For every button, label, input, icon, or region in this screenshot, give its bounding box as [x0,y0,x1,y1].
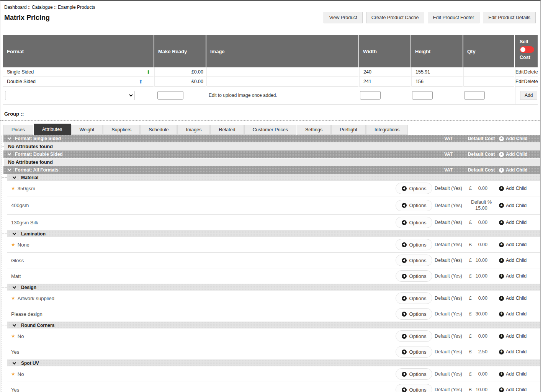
sort-arrow-icon[interactable]: ⬇ [146,70,150,75]
attribute-row: Yes Options Default (Yes) £ 10.00 + Add … [7,382,540,392]
attribute-row: ★ Artwork supplied Options Default (Yes)… [7,291,540,306]
options-label: Options [409,242,427,248]
row-actions: Edit Delete [515,67,538,77]
group-header-bar[interactable]: Lamination [7,230,540,237]
options-button[interactable]: Options [396,183,433,194]
header-button[interactable]: Edit Product Footer [428,12,480,23]
tab-attributes[interactable]: Attributes [34,124,71,135]
format-select[interactable] [5,91,134,100]
default-star-icon: ★ [11,186,15,191]
section-header-bar[interactable]: Format: Single Sided VAT Default Cost + … [3,135,540,142]
section-header-bar[interactable]: Format: Double Sided VAT Default Cost + … [3,150,540,158]
currency-symbol: £ [469,273,472,279]
add-child-button[interactable]: + Add Child [499,296,536,301]
section-header-bar[interactable]: Format: All Formats VAT Default Cost + A… [3,166,540,174]
options-button[interactable]: Options [396,217,433,228]
edit-link[interactable]: Edit [515,67,524,77]
tab-weight[interactable]: Weight [71,125,103,135]
delete-link[interactable]: Delete [524,77,538,86]
add-format-button[interactable]: Add [520,91,537,100]
attribute-row: Yes Options Default (Yes) £ 2.50 + Add C… [7,344,540,360]
options-button[interactable]: Options [396,368,433,380]
add-child-label: Add Child [506,371,527,377]
section-bar-columns: VAT Default Cost + Add Child [433,152,540,157]
tab-settings[interactable]: Settings [297,125,331,135]
options-button[interactable]: Options [396,330,433,342]
chevron-down-icon[interactable] [12,324,16,327]
chevron-down-icon[interactable] [12,362,16,365]
chevron-down-icon[interactable] [7,168,11,172]
add-child-button[interactable]: + Add Child [499,273,536,279]
header-button[interactable]: Edit Product Details [483,12,536,23]
arrow-left-icon [402,274,407,279]
tab-integrations[interactable]: Integrations [366,125,408,135]
add-child-button[interactable]: + Add Child [499,349,536,354]
default-setting: Default (Yes) [433,311,464,317]
sell-cost-header: Sell Cost [515,35,538,67]
options-button[interactable]: Options [396,346,433,358]
options-button[interactable]: Options [396,384,433,392]
add-child-button[interactable]: + Add Child [499,387,536,392]
group-name: Material [21,175,38,180]
section-add-child-button[interactable]: + Add Child [499,167,536,173]
tab-images[interactable]: Images [177,125,210,135]
chevron-down-icon[interactable] [12,232,16,235]
sort-arrow-icon[interactable]: ⬆ [139,79,143,84]
add-child-label: Add Child [506,167,528,173]
chevron-down-icon[interactable] [7,153,11,156]
header-button[interactable]: Create Product Cache [366,12,424,23]
chevron-down-icon[interactable] [12,176,16,179]
default-star-icon: ★ [11,242,15,247]
tab-related[interactable]: Related [210,125,244,135]
tab-suppliers[interactable]: Suppliers [103,125,140,135]
add-child-button[interactable]: + Add Child [499,258,536,263]
section-add-child-button[interactable]: + Add Child [499,136,536,141]
group-header-bar[interactable]: Design [7,284,540,291]
section-title: Format: Single Sided [15,136,61,141]
plus-icon: + [499,312,504,317]
qty-input[interactable] [464,91,485,100]
currency-symbol: £ [469,220,472,225]
add-child-button[interactable]: + Add Child [499,220,536,225]
tab-preflight[interactable]: Preflight [331,125,366,135]
add-child-label: Add Child [506,296,527,301]
chevron-down-icon[interactable] [12,286,16,289]
height-input[interactable] [412,91,433,100]
group-items: ★ Artwork supplied Options Default (Yes)… [7,291,540,322]
edit-link[interactable]: Edit [515,77,524,86]
sell-cost-toggle[interactable] [520,46,534,53]
tab-customer-prices[interactable]: Customer Prices [244,125,296,135]
currency-symbol: £ [469,186,472,191]
options-button[interactable]: Options [396,292,433,304]
attribute-row-controls: Options Default (Yes) £ 30.00 + Add Chil… [395,308,540,320]
breadcrumb[interactable]: Dashboard :: Catalogue :: Example Produc… [0,1,540,10]
arrow-left-icon [402,296,407,301]
group-header-bar[interactable]: Material [7,174,540,181]
add-child-button[interactable]: + Add Child [499,371,536,377]
add-child-button[interactable]: + Add Child [499,333,536,339]
tab-prices[interactable]: Prices [3,125,33,135]
add-child-button[interactable]: + Add Child [499,186,536,191]
section-add-child-button[interactable]: + Add Child [499,152,536,157]
options-button[interactable]: Options [396,239,433,250]
add-child-button[interactable]: + Add Child [499,242,536,247]
add-child-button[interactable]: + Add Child [499,311,536,317]
arrow-left-icon [402,387,407,392]
options-button[interactable]: Options [396,255,433,266]
width-input[interactable] [360,91,381,100]
group-header-bar[interactable]: Spot UV [7,360,540,366]
chevron-down-icon[interactable] [7,137,11,140]
make-ready-input[interactable] [157,91,183,100]
attribute-groups: Material ★ 350gsm Options Default (Yes) … [7,174,540,392]
add-child-button[interactable]: + Add Child [499,203,536,208]
header-button[interactable]: View Product [324,12,362,23]
group-header-bar[interactable]: Round Corners [7,322,540,328]
options-button[interactable]: Options [396,308,433,320]
delete-link[interactable]: Delete [524,67,538,77]
format-table-row: Double Sided ⬆ £0.00 241 156 Edit Delete [3,77,538,87]
attribute-row-controls: Options Default (Yes) £ 2.50 + Add Child [395,346,540,358]
tab-schedule[interactable]: Schedule [140,125,177,135]
plus-icon: + [499,296,504,301]
options-button[interactable]: Options [396,270,433,282]
options-button[interactable]: Options [396,200,433,211]
